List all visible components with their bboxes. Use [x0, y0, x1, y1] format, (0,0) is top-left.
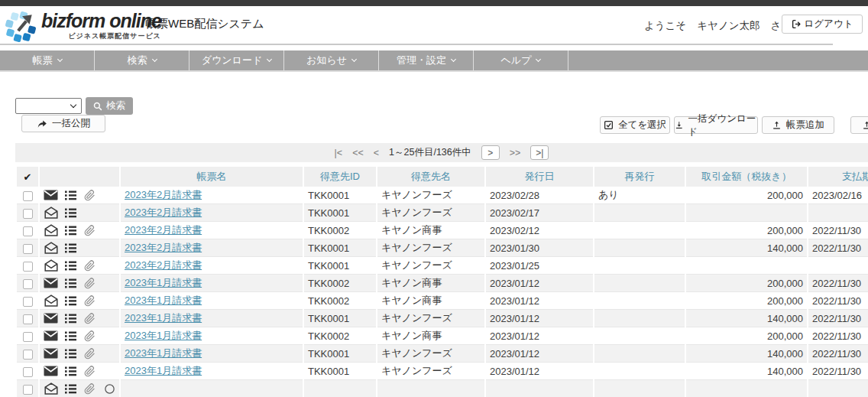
detail-list-icon[interactable] [61, 190, 81, 200]
row-checkbox[interactable] [23, 226, 33, 236]
detail-list-icon[interactable] [61, 314, 81, 324]
header-amount: 取引金額（税抜き） [686, 167, 807, 187]
upload-icon [772, 120, 782, 130]
form-name-link[interactable]: 2023年2月請求書 [125, 189, 202, 200]
form-name-link[interactable]: 2023年2月請求書 [125, 242, 202, 253]
pagination-bar: |< << < 1～25件目/136件中 > >> >| [15, 143, 868, 162]
detail-list-icon[interactable] [61, 243, 81, 253]
app-header: bizform online ビジネス帳票配信サービス 帳票WEB配信システム … [0, 6, 868, 50]
attachment-icon[interactable] [84, 295, 96, 307]
nav-label: 管理・設定 [397, 54, 446, 67]
amount-cell: 200,000 [686, 187, 807, 204]
page-next-button[interactable]: > [481, 145, 500, 160]
nav-item-download[interactable]: ダウンロード [189, 50, 284, 70]
due-date-cell: 2022/11/30 [808, 327, 868, 345]
issue-date-cell: 2023/01/12 [486, 275, 593, 292]
form-name-link[interactable]: 2023年2月請求書 [125, 224, 202, 236]
nav-item-search[interactable]: 検索 [95, 50, 189, 70]
row-checkbox[interactable] [23, 244, 33, 254]
form-name-link[interactable]: 2023年1月請求書 [125, 365, 202, 376]
search-button[interactable]: 検索 [86, 97, 133, 115]
row-checkbox[interactable] [23, 332, 33, 342]
customer-id-cell: TKK0002 [304, 222, 376, 239]
attachment-icon[interactable] [84, 278, 96, 289]
row-checkbox[interactable] [23, 209, 33, 219]
form-name-link[interactable]: 2023年2月請求書 [125, 259, 202, 271]
row-checkbox[interactable] [23, 350, 33, 360]
detail-list-icon[interactable] [61, 366, 81, 376]
row-checkbox[interactable] [23, 297, 33, 307]
partial-edge-button[interactable] [850, 116, 868, 134]
attachment-icon[interactable] [84, 366, 96, 377]
table-row: 2023年2月請求書 TKK0001 キヤノンフーズ 2023/01/25 [17, 257, 868, 275]
nav-item-news[interactable]: お知らせ [284, 50, 379, 70]
pagination-status: 1～25件目/136件中 [389, 146, 471, 159]
page-next-fast: >> [510, 148, 521, 158]
nav-item-forms[interactable]: 帳票 [0, 50, 95, 70]
header-due-date: 支払期限 [808, 167, 868, 187]
amount-cell: 200,000 [686, 327, 807, 345]
nav-item-help[interactable]: ヘルプ [474, 50, 568, 70]
detail-list-icon[interactable] [61, 296, 81, 306]
row-checkbox[interactable] [23, 279, 33, 289]
filter-select[interactable] [15, 98, 82, 114]
due-date-cell: 2022/11/30 [808, 222, 868, 239]
due-date-cell [808, 257, 868, 275]
logo: bizform online ビジネス帳票配信サービス [5, 11, 161, 43]
nav-label: 検索 [128, 54, 147, 67]
row-checkbox[interactable] [23, 367, 33, 377]
customer-id-cell: TKK0001 [304, 204, 376, 222]
row-checkbox[interactable] [23, 314, 33, 324]
form-name-link[interactable]: 2023年1月請求書 [125, 347, 202, 359]
bulk-download-button[interactable]: 一括ダウンロード [674, 116, 758, 134]
reissue-cell [594, 310, 685, 327]
detail-list-icon[interactable] [61, 384, 81, 394]
mail-unread-icon [44, 313, 58, 324]
detail-list-icon[interactable] [61, 208, 81, 218]
search-icon [93, 102, 102, 111]
add-form-button[interactable]: 帳票追加 [762, 116, 834, 134]
row-checkbox[interactable] [23, 191, 33, 201]
row-checkbox[interactable] [23, 262, 33, 272]
mail-read-icon [44, 242, 58, 254]
attachment-icon[interactable] [84, 348, 96, 360]
attachment-icon[interactable] [84, 313, 96, 324]
page-last-button[interactable]: >| [530, 145, 549, 160]
detail-list-icon[interactable] [61, 331, 81, 341]
attachment-icon[interactable] [84, 330, 96, 342]
customer-id-cell: TKK0001 [304, 363, 376, 380]
forms-table: ✔ 帳票名 得意先ID 得意先名 発行日 再発行 取引金額（税抜き） 支払期限 [15, 167, 868, 397]
form-name-link[interactable]: 2023年1月請求書 [125, 312, 202, 324]
attachment-icon[interactable] [84, 383, 96, 395]
row-checkbox[interactable] [23, 385, 33, 395]
attachment-icon[interactable] [84, 260, 96, 272]
reissue-cell [594, 363, 685, 380]
customer-name-cell: キヤノンフーズ [377, 345, 484, 363]
header-select-all[interactable]: ✔ [17, 167, 38, 187]
form-name-link[interactable]: 2023年1月請求書 [125, 277, 202, 288]
attachment-icon[interactable] [84, 225, 96, 236]
mail-read-icon [44, 207, 58, 219]
form-name-link[interactable]: 2023年2月請求書 [125, 207, 202, 218]
bulk-publish-button[interactable]: 一括公開 [21, 115, 105, 132]
attachment-icon[interactable] [84, 190, 96, 201]
table-row: 2023年1月請求書 TKK0001 キヤノンフーズ 2023/01/12 14… [17, 345, 868, 363]
header-customer-name: 得意先名 [377, 167, 484, 187]
form-name-link[interactable]: 2023年1月請求書 [125, 330, 202, 341]
nav-item-admin-settings[interactable]: 管理・設定 [379, 50, 474, 70]
form-name-link[interactable]: 2023年1月請求書 [125, 294, 202, 306]
detail-list-icon[interactable] [61, 226, 81, 236]
select-all-button[interactable]: 全てを選択 [600, 116, 670, 134]
customer-name-cell: キヤノンフーズ [377, 363, 484, 380]
detail-list-icon[interactable] [61, 278, 81, 288]
customer-name-cell: キヤノン商事 [377, 327, 484, 345]
issue-date-cell: 2023/01/12 [486, 345, 593, 363]
detail-list-icon[interactable] [61, 261, 81, 271]
header-customer-id: 得意先ID [304, 167, 376, 187]
customer-id-cell: TKK0002 [304, 292, 376, 310]
reissue-cell [594, 239, 685, 257]
chevron-down-icon [151, 57, 157, 62]
customer-id-cell: TKK0002 [304, 275, 376, 292]
logout-button[interactable]: ログアウト [782, 15, 863, 34]
detail-list-icon[interactable] [61, 349, 81, 359]
